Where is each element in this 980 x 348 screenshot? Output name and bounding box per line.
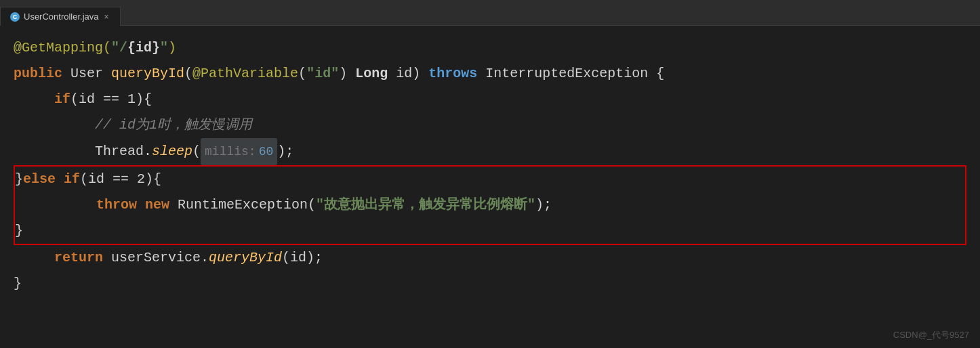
dot-1: . <box>144 139 152 165</box>
close-brace-2: } <box>15 218 23 244</box>
close-brace-final: } <box>14 271 22 297</box>
if-cond-1: (id == 1){ <box>70 87 152 112</box>
code-line-10: } <box>14 271 966 297</box>
sleep-method: sleep <box>152 139 192 165</box>
querybyid-args: (id); <box>282 245 323 271</box>
code-line-8: } <box>15 218 961 244</box>
watermark: CSDN@_代号9527 <box>893 329 969 341</box>
code-area: @GetMapping("/{id}") public User queryBy… <box>0 26 980 348</box>
return-type: User <box>62 61 111 87</box>
comment-1: // id为1时，触发慢调用 <box>95 112 252 138</box>
method-name: queryById <box>111 61 184 87</box>
kw-if-2: if <box>64 167 80 192</box>
annotation-getmapping: @GetMapping("/{id}") <box>14 35 176 61</box>
paren-close: ) <box>339 61 347 87</box>
param-annotation: @PathVariable <box>192 61 298 87</box>
kw-new: new <box>145 192 169 218</box>
kw-else: else <box>23 167 64 192</box>
thread-class: Thread <box>95 139 144 165</box>
hint-box: millis: 60 <box>201 138 277 165</box>
if-cond-2: (id == 2){ <box>80 167 161 192</box>
code-line-1: @GetMapping("/{id}") <box>14 35 966 61</box>
tab-bar: C UserController.java × <box>0 0 980 26</box>
kw-return: return <box>54 245 103 271</box>
code-line-6: } else if (id == 2){ <box>15 167 961 192</box>
highlighted-section: } else if (id == 2){ throw new RuntimeEx… <box>14 165 966 245</box>
code-line-4: // id为1时，触发慢调用 <box>14 112 966 138</box>
hint-val: 60 <box>259 139 274 165</box>
code-line-2: public User queryById ( @PathVariable ( … <box>14 61 966 87</box>
exc-close: ); <box>535 192 552 218</box>
code-line-5: Thread . sleep ( millis: 60 ); <box>14 138 966 165</box>
param-type: Long <box>347 61 396 87</box>
exc-lparen: ( <box>308 192 316 218</box>
code-line-9: return userService. queryById (id); <box>14 245 966 271</box>
tab-close-button[interactable]: × <box>103 12 110 22</box>
param-annotation-val: "id" <box>306 61 339 87</box>
exception-type: InterruptedException <box>477 61 656 87</box>
code-line-7: throw new RuntimeException ( "故意抛出异常，触发异… <box>15 192 961 218</box>
runtime-exception-class: RuntimeException <box>169 192 308 218</box>
code-line-3: if (id == 1){ <box>14 87 966 112</box>
java-file-icon: C <box>10 12 20 22</box>
paren-open: ( <box>298 61 306 87</box>
kw-throws: throws <box>428 61 477 87</box>
param-name: id) <box>396 61 428 87</box>
kw-if-1: if <box>54 87 70 112</box>
open-brace-1: { <box>656 61 664 87</box>
hint-label: millis: <box>205 139 256 165</box>
lparen: ( <box>184 61 192 87</box>
sleep-lparen: ( <box>192 139 201 165</box>
tab-filename: UserController.java <box>24 12 99 22</box>
kw-throw: throw <box>96 192 145 218</box>
kw-public: public <box>14 61 62 87</box>
close-brace-else: } <box>15 167 23 192</box>
exc-message: "故意抛出异常，触发异常比例熔断" <box>316 192 535 218</box>
sleep-close: ); <box>277 139 293 165</box>
file-tab[interactable]: C UserController.java × <box>0 7 121 26</box>
querybyid-call: queryById <box>209 245 282 271</box>
service-ref: userService. <box>103 245 209 271</box>
editor-container: C UserController.java × @GetMapping("/{i… <box>0 0 980 348</box>
